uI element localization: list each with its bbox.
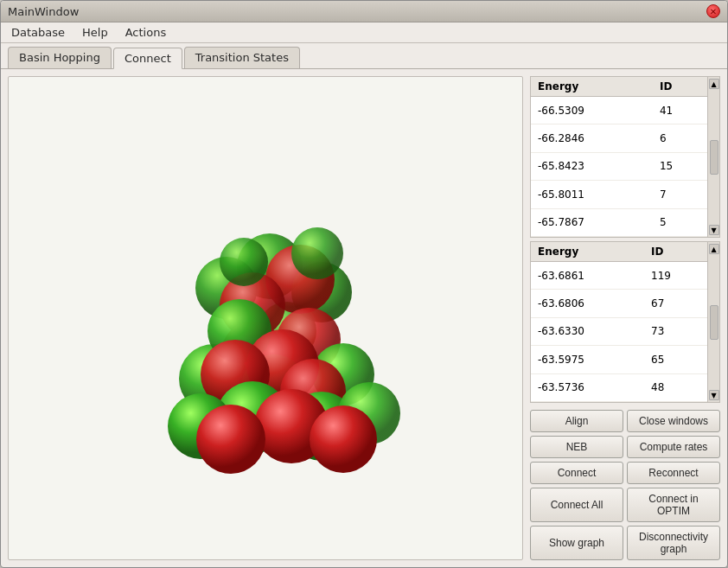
table-row[interactable]: -63.597565	[531, 346, 707, 373]
table1-with-scroll: Energy ID -66.530941-66.28466-65.842315-…	[531, 77, 719, 237]
table-row[interactable]: -65.842315	[531, 152, 707, 180]
menu-actions[interactable]: Actions	[118, 24, 174, 41]
tab-connect[interactable]: Connect	[113, 48, 182, 69]
table1: Energy ID -66.530941-66.28466-65.842315-…	[531, 77, 707, 237]
tab-bar: Basin Hopping Connect Transition States	[1, 43, 727, 69]
align-button[interactable]: Align	[530, 410, 623, 432]
table2-section: Energy ID -63.6861119-63.680667-63.63307…	[530, 241, 720, 403]
svg-point-21	[310, 405, 377, 473]
svg-point-20	[196, 405, 265, 474]
menu-bar: Database Help Actions	[1, 22, 727, 43]
table2-scrollbar[interactable]: ▲ ▼	[707, 242, 719, 402]
table2: Energy ID -63.6861119-63.680667-63.63307…	[531, 242, 707, 402]
table-row[interactable]: -63.573648	[531, 373, 707, 401]
table-row[interactable]: -65.80117	[531, 181, 707, 208]
title-bar: MainWindow ✕	[1, 1, 727, 22]
window-title: MainWindow	[8, 5, 79, 18]
table1-id-header: ID	[653, 77, 707, 97]
neb-button[interactable]: NEB	[530, 436, 623, 458]
buttons-panel: AlignClose windowsNEBCompute ratesConnec…	[530, 406, 720, 560]
compute-rates-button[interactable]: Compute rates	[627, 436, 720, 458]
show-graph-button[interactable]: Show graph	[530, 526, 623, 560]
menu-database[interactable]: Database	[4, 24, 72, 41]
content-area: Energy ID -66.530941-66.28466-65.842315-…	[1, 69, 727, 567]
scroll-up-arrow-2[interactable]: ▲	[709, 244, 719, 254]
svg-point-22	[291, 227, 343, 279]
reconnect-button[interactable]: Reconnect	[627, 462, 720, 484]
table-row[interactable]: -66.28466	[531, 124, 707, 152]
table-row[interactable]: -66.530941	[531, 97, 707, 124]
menu-help[interactable]: Help	[75, 24, 115, 41]
scroll-up-arrow-1[interactable]: ▲	[709, 79, 719, 89]
close-window-button[interactable]: ✕	[706, 4, 720, 18]
tab-basin-hopping[interactable]: Basin Hopping	[8, 47, 112, 68]
scroll-down-arrow-2[interactable]: ▼	[709, 390, 719, 400]
table-row[interactable]: -65.78675	[531, 208, 707, 236]
main-window: MainWindow ✕ Database Help Actions Basin…	[0, 0, 728, 568]
svg-point-23	[220, 238, 268, 286]
connect-button[interactable]: Connect	[530, 462, 623, 484]
disconnectivity-graph-button[interactable]: Disconnectivity graph	[627, 526, 720, 560]
table-row[interactable]: -63.680667	[531, 290, 707, 317]
table-row[interactable]: -63.633073	[531, 317, 707, 345]
scroll-down-arrow-1[interactable]: ▼	[709, 225, 719, 235]
table2-id-header: ID	[644, 242, 707, 262]
scroll-thumb-1[interactable]	[710, 140, 718, 175]
tab-transition-states[interactable]: Transition States	[184, 47, 300, 68]
scroll-thumb-2[interactable]	[710, 305, 718, 340]
connect-all-button[interactable]: Connect All	[530, 488, 623, 522]
right-panel: Energy ID -66.530941-66.28466-65.842315-…	[530, 76, 720, 560]
close-windows-button[interactable]: Close windows	[627, 410, 720, 432]
table1-energy-header: Energy	[531, 77, 653, 97]
table-row[interactable]: -63.6861119	[531, 262, 707, 290]
molecular-view	[8, 76, 523, 560]
table1-scrollbar[interactable]: ▲ ▼	[707, 77, 719, 237]
table1-section: Energy ID -66.530941-66.28466-65.842315-…	[530, 76, 720, 238]
table2-energy-header: Energy	[531, 242, 644, 262]
molecule-svg	[101, 119, 430, 517]
table2-with-scroll: Energy ID -63.6861119-63.680667-63.63307…	[531, 242, 719, 402]
connect-in-optim-button[interactable]: Connect in OPTIM	[627, 488, 720, 522]
